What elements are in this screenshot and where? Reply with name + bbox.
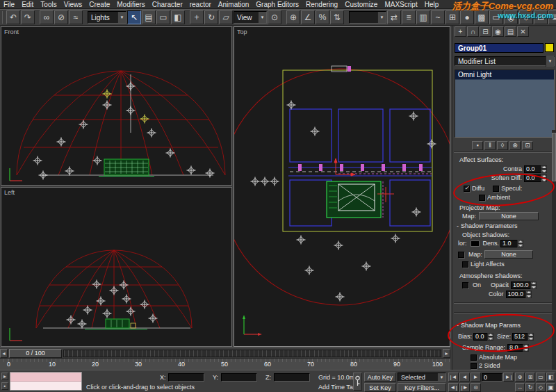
- tab-create-icon[interactable]: +: [455, 26, 466, 37]
- projector-map-button[interactable]: None: [479, 212, 539, 220]
- modifier-list-dropdown[interactable]: Modifier List ▼: [455, 56, 555, 66]
- omni-light-gizmos-yellow[interactable]: [103, 90, 149, 124]
- object-name-field[interactable]: Group01: [455, 43, 543, 53]
- set-keys-button[interactable]: [353, 373, 362, 391]
- menu-animation[interactable]: Animation: [215, 1, 252, 8]
- tab-motion-icon[interactable]: ◉: [492, 26, 504, 37]
- curve-editor-icon[interactable]: ~: [431, 10, 445, 24]
- add-time-tag[interactable]: Add Time Tag: [318, 384, 357, 391]
- shadow-map-checkbox[interactable]: [458, 252, 464, 258]
- object-color-swatch[interactable]: [545, 43, 554, 52]
- window-crossing-icon[interactable]: ◧: [171, 10, 185, 24]
- chevron-down-icon[interactable]: ▼: [258, 12, 266, 23]
- menu-help[interactable]: Help: [421, 1, 443, 8]
- top-viewport[interactable]: Top: [234, 26, 450, 347]
- menu-modifiers[interactable]: Modifiers: [113, 1, 149, 8]
- pin-stack-icon[interactable]: ▪: [472, 141, 483, 150]
- two-sided-checkbox[interactable]: [471, 363, 477, 369]
- current-frame-field[interactable]: 0: [482, 373, 502, 382]
- snap-toggle-icon[interactable]: ⊕: [286, 10, 300, 24]
- bias-spinner[interactable]: 0.0: [473, 333, 493, 341]
- menu-reactor[interactable]: reactor: [186, 1, 215, 8]
- left-viewport-canvas[interactable]: [1, 188, 231, 346]
- soften-spinner[interactable]: 0.0: [524, 174, 547, 182]
- select-and-rotate-icon[interactable]: ↻: [204, 10, 218, 24]
- viewport-label-left[interactable]: Left: [4, 189, 15, 196]
- menu-graph-editors[interactable]: Graph Editors: [252, 1, 302, 8]
- named-selection-sets-dropdown[interactable]: ▼: [349, 11, 386, 24]
- viewport-label-front[interactable]: Front: [4, 28, 19, 35]
- top-viewport-canvas[interactable]: [234, 27, 450, 346]
- use-pivot-point-icon[interactable]: ⊙: [268, 10, 281, 24]
- time-slider-right-arrow-icon[interactable]: ►: [443, 349, 450, 358]
- chevron-down-icon[interactable]: ▼: [437, 373, 445, 381]
- x-coordinate-field[interactable]: [168, 373, 204, 382]
- render-setup-icon[interactable]: ▩: [475, 10, 489, 24]
- menu-views[interactable]: Views: [60, 1, 86, 8]
- rollout-collapse-icon[interactable]: -: [457, 222, 459, 229]
- time-slider-track[interactable]: [63, 350, 441, 357]
- menu-character[interactable]: Character: [149, 1, 186, 8]
- tab-hierarchy-icon[interactable]: ⊟: [480, 26, 491, 37]
- field-of-view-icon[interactable]: ◇: [536, 383, 546, 392]
- ambient-checkbox[interactable]: [479, 195, 485, 201]
- pan-icon[interactable]: ↔: [515, 383, 525, 392]
- density-spinner[interactable]: 1.0: [500, 240, 523, 247]
- selection-region-icon[interactable]: ▭: [156, 10, 170, 24]
- percent-snap-icon[interactable]: %: [316, 10, 329, 24]
- diffuse-checkbox[interactable]: ✓: [464, 186, 470, 192]
- z-coordinate-field[interactable]: [274, 373, 310, 382]
- modifier-stack[interactable]: Omni Light: [455, 70, 555, 138]
- remove-modifier-icon[interactable]: ⊗: [509, 141, 521, 150]
- size-spinner[interactable]: 512: [512, 333, 534, 341]
- menu-maxscript[interactable]: MAXScript: [381, 1, 420, 8]
- menu-tools[interactable]: Tools: [37, 1, 60, 8]
- y-coordinate-field[interactable]: [221, 373, 257, 382]
- building-front[interactable]: [104, 159, 149, 175]
- select-and-scale-icon[interactable]: ▱: [219, 10, 233, 24]
- opacity-spinner[interactable]: 100.0: [511, 281, 537, 289]
- building-left[interactable]: [106, 319, 136, 328]
- light-affects-checkbox[interactable]: [462, 261, 468, 268]
- shadow-parameters-header[interactable]: - Shadow Parameters: [452, 222, 556, 230]
- chevron-down-icon[interactable]: ▼: [546, 56, 554, 67]
- maximize-viewport-icon[interactable]: ▣: [546, 383, 555, 392]
- front-viewport[interactable]: Front: [1, 26, 232, 186]
- sample-range-spinner[interactable]: 8.0: [507, 344, 529, 352]
- time-slider-left-arrow-icon[interactable]: ◄: [0, 349, 8, 358]
- align-icon[interactable]: ≡: [402, 10, 416, 24]
- stack-item-omni-light[interactable]: Omni Light: [455, 70, 554, 80]
- reference-coordinate-dropdown[interactable]: View ▼: [234, 11, 267, 24]
- rendered-frame-icon[interactable]: ▭: [489, 10, 503, 24]
- previous-frame-icon[interactable]: ◄: [459, 373, 470, 382]
- redo-icon[interactable]: ↷: [21, 10, 35, 24]
- viewport-label-top[interactable]: Top: [237, 28, 247, 35]
- rollout-collapse-icon[interactable]: -: [457, 322, 459, 329]
- time-slider-button[interactable]: 0 / 100: [9, 349, 62, 358]
- previous-key-icon[interactable]: ◄|: [448, 383, 459, 392]
- angle-snap-icon[interactable]: ∠: [301, 10, 315, 24]
- array-icon[interactable]: ⊞: [534, 10, 548, 24]
- tab-utilities-icon[interactable]: ✕: [517, 26, 529, 37]
- front-viewport-canvas[interactable]: [1, 27, 231, 185]
- building-plan[interactable]: [327, 181, 381, 218]
- undo-icon[interactable]: ↶: [6, 10, 20, 24]
- selection-filter-dropdown[interactable]: Lights ▼: [88, 11, 126, 24]
- spacing-tool-icon[interactable]: ≣: [548, 10, 556, 24]
- spinner-snap-icon[interactable]: ⇅: [330, 10, 344, 24]
- material-editor-icon[interactable]: ●: [460, 10, 474, 24]
- unlink-selection-icon[interactable]: ⊘: [54, 10, 68, 24]
- show-end-result-icon[interactable]: ‖: [484, 141, 496, 150]
- zoom-extents-icon[interactable]: ▭: [536, 373, 546, 382]
- auto-key-button[interactable]: Auto Key: [364, 373, 396, 382]
- menu-create[interactable]: Create: [85, 1, 113, 8]
- select-and-move-icon[interactable]: +: [190, 10, 204, 24]
- go-to-end-icon[interactable]: ►|: [503, 373, 514, 382]
- atmosphere-color-spinner[interactable]: 100.0: [506, 291, 532, 298]
- maxscript-listener-icon[interactable]: ▸: [1, 373, 8, 380]
- key-step-toggle-icon[interactable]: ⊙: [471, 383, 481, 392]
- chevron-down-icon[interactable]: ▼: [117, 12, 126, 23]
- quick-render-icon[interactable]: ◉: [504, 10, 518, 24]
- left-viewport[interactable]: Left: [1, 187, 232, 347]
- contrast-spinner[interactable]: 0.0: [524, 165, 547, 173]
